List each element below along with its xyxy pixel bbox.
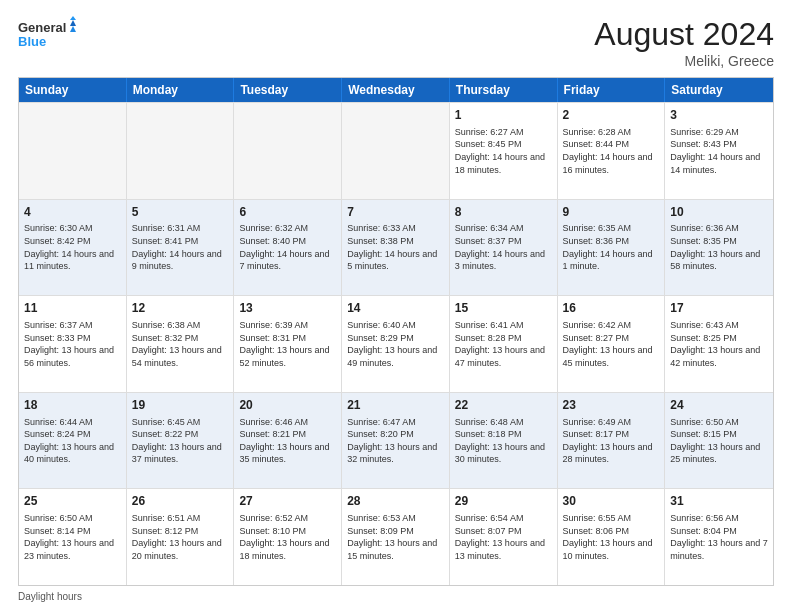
calendar-cell-empty — [127, 103, 235, 199]
cell-sunset: Sunset: 8:36 PM — [563, 236, 630, 246]
calendar-week: 4 Sunrise: 6:30 AM Sunset: 8:42 PM Dayli… — [19, 199, 773, 296]
cell-sunrise: Sunrise: 6:53 AM — [347, 513, 416, 523]
logo-svg: General Blue — [18, 16, 78, 54]
calendar-cell: 26 Sunrise: 6:51 AM Sunset: 8:12 PM Dayl… — [127, 489, 235, 585]
calendar-cell-empty — [342, 103, 450, 199]
cell-day-number: 11 — [24, 300, 121, 317]
cell-sunset: Sunset: 8:38 PM — [347, 236, 414, 246]
cell-sunset: Sunset: 8:25 PM — [670, 333, 737, 343]
cell-sunset: Sunset: 8:44 PM — [563, 139, 630, 149]
svg-marker-2 — [70, 16, 76, 20]
cell-daylight: Daylight: 13 hours and 20 minutes. — [132, 538, 222, 561]
cell-sunset: Sunset: 8:20 PM — [347, 429, 414, 439]
cell-day-number: 3 — [670, 107, 768, 124]
calendar-cell: 19 Sunrise: 6:45 AM Sunset: 8:22 PM Dayl… — [127, 393, 235, 489]
cell-day-number: 19 — [132, 397, 229, 414]
cell-sunrise: Sunrise: 6:38 AM — [132, 320, 201, 330]
cell-day-number: 20 — [239, 397, 336, 414]
cell-sunset: Sunset: 8:12 PM — [132, 526, 199, 536]
calendar-week: 1 Sunrise: 6:27 AM Sunset: 8:45 PM Dayli… — [19, 102, 773, 199]
cell-daylight: Daylight: 13 hours and 42 minutes. — [670, 345, 760, 368]
calendar-cell: 27 Sunrise: 6:52 AM Sunset: 8:10 PM Dayl… — [234, 489, 342, 585]
calendar-cell: 5 Sunrise: 6:31 AM Sunset: 8:41 PM Dayli… — [127, 200, 235, 296]
cell-sunset: Sunset: 8:07 PM — [455, 526, 522, 536]
cell-day-number: 15 — [455, 300, 552, 317]
cell-daylight: Daylight: 13 hours and 52 minutes. — [239, 345, 329, 368]
cell-sunrise: Sunrise: 6:34 AM — [455, 223, 524, 233]
cell-daylight: Daylight: 14 hours and 9 minutes. — [132, 249, 222, 272]
cell-sunrise: Sunrise: 6:27 AM — [455, 127, 524, 137]
cell-sunrise: Sunrise: 6:30 AM — [24, 223, 93, 233]
svg-marker-4 — [70, 26, 76, 32]
cell-sunrise: Sunrise: 6:50 AM — [24, 513, 93, 523]
day-header: Thursday — [450, 78, 558, 102]
cell-sunset: Sunset: 8:21 PM — [239, 429, 306, 439]
cell-sunrise: Sunrise: 6:44 AM — [24, 417, 93, 427]
cell-sunset: Sunset: 8:24 PM — [24, 429, 91, 439]
cell-sunset: Sunset: 8:29 PM — [347, 333, 414, 343]
cell-sunset: Sunset: 8:40 PM — [239, 236, 306, 246]
day-header: Wednesday — [342, 78, 450, 102]
calendar-week: 18 Sunrise: 6:44 AM Sunset: 8:24 PM Dayl… — [19, 392, 773, 489]
footer-note: Daylight hours — [18, 591, 774, 602]
cell-daylight: Daylight: 13 hours and 7 minutes. — [670, 538, 768, 561]
cell-daylight: Daylight: 13 hours and 40 minutes. — [24, 442, 114, 465]
cell-sunset: Sunset: 8:18 PM — [455, 429, 522, 439]
calendar-cell: 10 Sunrise: 6:36 AM Sunset: 8:35 PM Dayl… — [665, 200, 773, 296]
cell-sunset: Sunset: 8:33 PM — [24, 333, 91, 343]
calendar-cell: 22 Sunrise: 6:48 AM Sunset: 8:18 PM Dayl… — [450, 393, 558, 489]
cell-sunset: Sunset: 8:14 PM — [24, 526, 91, 536]
calendar-cell: 14 Sunrise: 6:40 AM Sunset: 8:29 PM Dayl… — [342, 296, 450, 392]
calendar-cell: 1 Sunrise: 6:27 AM Sunset: 8:45 PM Dayli… — [450, 103, 558, 199]
cell-sunset: Sunset: 8:32 PM — [132, 333, 199, 343]
cell-sunrise: Sunrise: 6:28 AM — [563, 127, 632, 137]
cell-sunset: Sunset: 8:31 PM — [239, 333, 306, 343]
calendar-cell-empty — [19, 103, 127, 199]
calendar-cell: 8 Sunrise: 6:34 AM Sunset: 8:37 PM Dayli… — [450, 200, 558, 296]
cell-day-number: 2 — [563, 107, 660, 124]
location: Meliki, Greece — [594, 53, 774, 69]
calendar-cell: 21 Sunrise: 6:47 AM Sunset: 8:20 PM Dayl… — [342, 393, 450, 489]
calendar-grid: 1 Sunrise: 6:27 AM Sunset: 8:45 PM Dayli… — [19, 102, 773, 585]
cell-sunset: Sunset: 8:06 PM — [563, 526, 630, 536]
calendar-cell: 13 Sunrise: 6:39 AM Sunset: 8:31 PM Dayl… — [234, 296, 342, 392]
cell-daylight: Daylight: 13 hours and 58 minutes. — [670, 249, 760, 272]
cell-sunset: Sunset: 8:37 PM — [455, 236, 522, 246]
cell-daylight: Daylight: 13 hours and 10 minutes. — [563, 538, 653, 561]
cell-day-number: 25 — [24, 493, 121, 510]
cell-sunrise: Sunrise: 6:52 AM — [239, 513, 308, 523]
cell-day-number: 8 — [455, 204, 552, 221]
cell-day-number: 28 — [347, 493, 444, 510]
cell-daylight: Daylight: 14 hours and 14 minutes. — [670, 152, 760, 175]
cell-sunset: Sunset: 8:09 PM — [347, 526, 414, 536]
cell-sunrise: Sunrise: 6:43 AM — [670, 320, 739, 330]
day-header: Tuesday — [234, 78, 342, 102]
calendar-cell: 12 Sunrise: 6:38 AM Sunset: 8:32 PM Dayl… — [127, 296, 235, 392]
day-header: Friday — [558, 78, 666, 102]
cell-daylight: Daylight: 13 hours and 45 minutes. — [563, 345, 653, 368]
cell-sunset: Sunset: 8:42 PM — [24, 236, 91, 246]
calendar: SundayMondayTuesdayWednesdayThursdayFrid… — [18, 77, 774, 586]
cell-sunset: Sunset: 8:45 PM — [455, 139, 522, 149]
cell-day-number: 21 — [347, 397, 444, 414]
cell-day-number: 22 — [455, 397, 552, 414]
calendar-cell: 20 Sunrise: 6:46 AM Sunset: 8:21 PM Dayl… — [234, 393, 342, 489]
cell-day-number: 27 — [239, 493, 336, 510]
cell-daylight: Daylight: 14 hours and 1 minute. — [563, 249, 653, 272]
calendar-cell: 17 Sunrise: 6:43 AM Sunset: 8:25 PM Dayl… — [665, 296, 773, 392]
svg-text:General: General — [18, 20, 66, 35]
cell-sunset: Sunset: 8:43 PM — [670, 139, 737, 149]
calendar-cell: 9 Sunrise: 6:35 AM Sunset: 8:36 PM Dayli… — [558, 200, 666, 296]
calendar-cell: 29 Sunrise: 6:54 AM Sunset: 8:07 PM Dayl… — [450, 489, 558, 585]
calendar-week: 11 Sunrise: 6:37 AM Sunset: 8:33 PM Dayl… — [19, 295, 773, 392]
cell-sunrise: Sunrise: 6:42 AM — [563, 320, 632, 330]
cell-daylight: Daylight: 13 hours and 54 minutes. — [132, 345, 222, 368]
cell-daylight: Daylight: 13 hours and 13 minutes. — [455, 538, 545, 561]
calendar-week: 25 Sunrise: 6:50 AM Sunset: 8:14 PM Dayl… — [19, 488, 773, 585]
cell-sunrise: Sunrise: 6:55 AM — [563, 513, 632, 523]
calendar-cell: 11 Sunrise: 6:37 AM Sunset: 8:33 PM Dayl… — [19, 296, 127, 392]
cell-day-number: 10 — [670, 204, 768, 221]
cell-day-number: 26 — [132, 493, 229, 510]
cell-sunrise: Sunrise: 6:37 AM — [24, 320, 93, 330]
cell-daylight: Daylight: 14 hours and 16 minutes. — [563, 152, 653, 175]
